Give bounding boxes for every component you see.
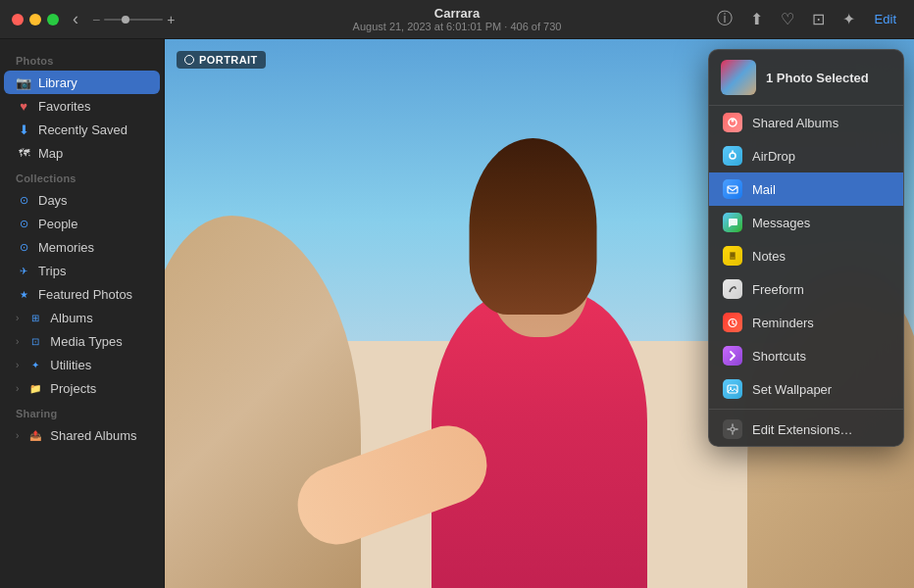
zoom-plus-icon: + xyxy=(167,12,175,27)
sidebar-section-photos: Photos xyxy=(0,47,164,71)
share-item-reminders[interactable]: Reminders xyxy=(709,306,903,339)
share-menu: 1 Photo Selected Shared Albums AirDrop xyxy=(708,49,904,447)
mail-menu-label: Mail xyxy=(752,182,776,197)
wallpaper-menu-label: Set Wallpaper xyxy=(752,382,832,397)
sidebar-section-sharing: Sharing xyxy=(0,400,164,423)
photo-title: Carrara xyxy=(353,6,562,21)
share-item-shortcuts[interactable]: Shortcuts xyxy=(709,339,903,372)
sidebar-label-utilities: Utilities xyxy=(50,358,91,372)
share-item-mail[interactable]: Mail xyxy=(709,172,903,206)
titlebar-center: Carrara August 21, 2023 at 6:01:01 PM · … xyxy=(353,6,562,32)
sidebar-label-favorites: Favorites xyxy=(38,99,90,114)
sidebar-label-people: People xyxy=(38,217,77,231)
back-button[interactable]: ‹ xyxy=(67,7,84,31)
featured-icon: ★ xyxy=(16,286,31,302)
reminders-menu-icon xyxy=(723,313,742,332)
trips-icon: ✈ xyxy=(16,263,31,278)
sidebar-item-library[interactable]: 📷 Library xyxy=(4,71,160,94)
titlebar-left: ‹ − + xyxy=(12,7,175,31)
freeform-menu-icon xyxy=(723,279,742,299)
edit-extensions-icon xyxy=(723,419,742,439)
utilities-icon: ✦ xyxy=(27,357,43,372)
shared-albums-chevron-icon: › xyxy=(16,430,19,441)
reminders-menu-label: Reminders xyxy=(752,316,814,330)
sidebar-item-days[interactable]: ⊙ Days xyxy=(4,188,160,212)
sidebar-item-trips[interactable]: ✈ Trips xyxy=(4,259,160,282)
notes-menu-icon xyxy=(723,246,742,266)
wallpaper-menu-icon xyxy=(723,379,742,399)
sidebar-label-memories: Memories xyxy=(38,240,94,255)
sidebar-item-favorites[interactable]: ♥ Favorites xyxy=(4,94,160,118)
crop-button[interactable]: ⊡ xyxy=(808,6,829,32)
sidebar-section-collections: Collections xyxy=(0,165,164,188)
person-hair xyxy=(470,138,597,315)
sidebar-label-projects: Projects xyxy=(50,381,96,396)
media-types-icon: ⊡ xyxy=(27,333,43,349)
maximize-button[interactable] xyxy=(47,14,59,25)
sidebar-item-recently-saved[interactable]: ⬇ Recently Saved xyxy=(4,118,160,141)
sidebar-label-recently-saved: Recently Saved xyxy=(38,122,127,137)
main-area: Photos 📷 Library ♥ Favorites ⬇ Recently … xyxy=(0,39,914,588)
titlebar: ‹ − + Carrara August 21, 2023 at 6:01:01… xyxy=(0,0,914,39)
airdrop-menu-icon xyxy=(723,146,742,166)
favorite-button[interactable]: ♡ xyxy=(777,6,798,32)
share-item-wallpaper[interactable]: Set Wallpaper xyxy=(709,372,903,406)
shared-albums-menu-icon xyxy=(723,113,742,132)
zoom-slider[interactable] xyxy=(104,19,163,21)
shortcuts-menu-icon xyxy=(723,346,742,366)
media-types-chevron-icon: › xyxy=(16,336,19,347)
sidebar-item-projects[interactable]: › 📁 Projects xyxy=(4,376,160,400)
map-icon: 🗺 xyxy=(16,145,31,161)
titlebar-right: ⓘ ⬆ ♡ ⊡ ✦ Edit xyxy=(713,5,902,33)
sidebar-item-media-types[interactable]: › ⊡ Media Types xyxy=(4,329,160,353)
svg-rect-3 xyxy=(728,186,737,193)
notes-menu-label: Notes xyxy=(752,249,786,264)
svg-rect-8 xyxy=(728,385,737,393)
minimize-button[interactable] xyxy=(29,14,41,25)
svg-point-1 xyxy=(732,120,735,122)
share-item-airdrop[interactable]: AirDrop xyxy=(709,139,903,172)
share-item-freeform[interactable]: Freeform xyxy=(709,272,903,306)
share-item-notes[interactable]: Notes xyxy=(709,239,903,272)
sidebar-label-library: Library xyxy=(38,75,77,90)
shared-albums-icon: 📤 xyxy=(27,427,43,443)
sidebar-item-shared-albums[interactable]: › 📤 Shared Albums xyxy=(4,423,160,447)
edit-extensions-item[interactable]: Edit Extensions… xyxy=(709,413,903,446)
svg-point-10 xyxy=(731,427,735,431)
svg-point-2 xyxy=(730,153,736,159)
share-item-shared-albums[interactable]: Shared Albums xyxy=(709,106,903,139)
person-subject xyxy=(353,151,726,588)
aperture-icon xyxy=(184,55,194,65)
sidebar-item-albums[interactable]: › ⊞ Albums xyxy=(4,306,160,329)
edit-button[interactable]: Edit xyxy=(869,8,902,30)
info-button[interactable]: ⓘ xyxy=(713,5,736,33)
sidebar-item-people[interactable]: ⊙ People xyxy=(4,212,160,235)
close-button[interactable] xyxy=(12,14,24,25)
sidebar-label-days: Days xyxy=(38,193,68,208)
sidebar-label-shared-albums: Shared Albums xyxy=(50,428,136,443)
sidebar-item-map[interactable]: 🗺 Map xyxy=(4,141,160,165)
freeform-menu-label: Freeform xyxy=(752,282,804,297)
messages-menu-icon xyxy=(723,213,742,232)
favorites-icon: ♥ xyxy=(16,98,31,114)
albums-icon: ⊞ xyxy=(27,310,43,325)
utilities-chevron-icon: › xyxy=(16,360,19,370)
sidebar-item-memories[interactable]: ⊙ Memories xyxy=(4,235,160,259)
share-item-messages[interactable]: Messages xyxy=(709,206,903,239)
share-header-title: 1 Photo Selected xyxy=(766,71,869,85)
mail-menu-icon xyxy=(723,179,742,199)
sidebar-item-utilities[interactable]: › ✦ Utilities xyxy=(4,353,160,376)
sidebar-item-featured[interactable]: ★ Featured Photos xyxy=(4,282,160,306)
days-icon: ⊙ xyxy=(16,192,31,208)
photo-content: PORTRAIT 1 Photo Selected Shared Albums xyxy=(165,39,914,588)
photo-background: PORTRAIT 1 Photo Selected Shared Albums xyxy=(165,39,914,588)
library-icon: 📷 xyxy=(16,74,31,90)
shortcuts-menu-label: Shortcuts xyxy=(752,349,806,364)
sidebar-label-featured: Featured Photos xyxy=(38,287,132,302)
edit-extensions-label: Edit Extensions… xyxy=(752,422,853,437)
magic-wand-button[interactable]: ✦ xyxy=(838,6,859,32)
albums-chevron-icon: › xyxy=(16,313,19,323)
projects-icon: 📁 xyxy=(27,380,43,396)
sidebar-label-albums: Albums xyxy=(50,311,92,325)
share-button[interactable]: ⬆ xyxy=(746,6,767,32)
